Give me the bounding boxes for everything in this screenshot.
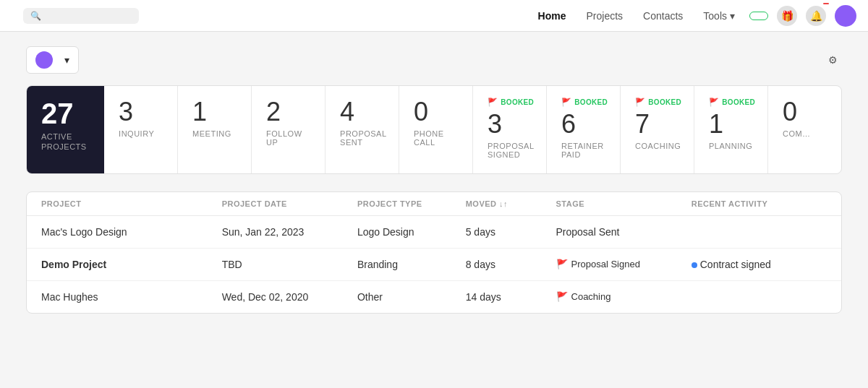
stage-flag-icon: 🚩 [556, 291, 568, 302]
cell-project: Demo Project [41, 259, 222, 270]
user-selector[interactable]: ▾ [26, 46, 79, 74]
cell-type: Other [357, 291, 466, 303]
activity-text: Contract signed [700, 259, 771, 270]
stat-card-3[interactable]: 2FOLLOW UP [252, 86, 326, 173]
booked-badge: 🚩BOOKED [488, 98, 532, 107]
stat-number: 4 [340, 98, 384, 126]
user-avatar-small [35, 51, 53, 69]
stat-label: PROJECTS [41, 142, 90, 151]
stat-card-4[interactable]: 4PROPOSALSENT [326, 86, 399, 173]
projects-table: PROJECTPROJECT DATEPROJECT TYPEMOVED ↓↑S… [26, 191, 842, 314]
stat-label: COACHING [635, 142, 679, 150]
table-header-cell: PROJECT TYPE [357, 199, 466, 208]
nav-links: Home Projects Contacts Tools ▾ [538, 10, 735, 22]
search-icon: 🔍 [30, 11, 41, 21]
cell-stage: 🚩Coaching [556, 291, 692, 302]
stat-number: 27 [41, 98, 90, 129]
notification-icon[interactable]: 🔔 [806, 6, 826, 26]
nav-projects[interactable]: Projects [586, 10, 623, 22]
nav-actions: 🎁 🔔 [749, 5, 856, 27]
table-header-cell: STAGE [556, 199, 692, 208]
stat-label: PAID [561, 150, 605, 159]
table-body: Mac's Logo DesignSun, Jan 22, 2023Logo D… [27, 216, 841, 313]
table-row[interactable]: Mac's Logo DesignSun, Jan 22, 2023Logo D… [27, 216, 841, 249]
user-avatar[interactable] [835, 5, 856, 27]
cell-project: Mac Hughes [41, 291, 222, 303]
cell-type: Logo Design [357, 226, 466, 238]
stat-card-1[interactable]: 3INQUIRY [104, 86, 178, 173]
top-navigation: 🔍 Home Projects Contacts Tools ▾ 🎁 🔔 [0, 0, 868, 32]
table-header-cell: PROJECT DATE [222, 199, 357, 208]
stat-card-0[interactable]: 27ACTIVEPROJECTS [27, 86, 104, 173]
stage-label: Proposal Signed [571, 259, 640, 270]
stat-label: PROPOSAL [488, 142, 532, 150]
cell-date: Sun, Jan 22, 2023 [222, 226, 357, 238]
activity-dot-icon [692, 262, 697, 268]
stat-number: 7 [635, 110, 679, 139]
search-bar[interactable]: 🔍 [23, 8, 139, 24]
stat-number: 6 [561, 110, 605, 139]
stat-card-8[interactable]: 🚩BOOKED7COACHING [621, 86, 694, 173]
stat-card-2[interactable]: 1MEETING [178, 86, 252, 173]
stat-number: 0 [783, 98, 827, 126]
cell-date: TBD [222, 259, 357, 270]
stat-label: MEETING [192, 129, 237, 138]
cell-moved: 14 days [466, 291, 556, 303]
cell-activity: Contract signed [692, 259, 827, 270]
chevron-down-icon: ▾ [64, 54, 69, 66]
table-header: PROJECTPROJECT DATEPROJECT TYPEMOVED ↓↑S… [27, 192, 841, 216]
stat-number: 0 [414, 98, 458, 126]
stat-number: 1 [192, 98, 237, 126]
cell-moved: 5 days [466, 226, 556, 238]
user-row: ▾ ⚙ [26, 46, 842, 74]
table-header-cell: RECENT ACTIVITY [692, 199, 827, 208]
stat-number: 3 [119, 98, 163, 126]
booked-badge: 🚩BOOKED [561, 98, 605, 107]
stat-label: SIGNED [488, 150, 532, 159]
cell-stage: Proposal Sent [556, 226, 692, 238]
stat-label: RETAINER [561, 142, 605, 150]
stat-label: FOLLOW UP [266, 129, 310, 147]
nav-home[interactable]: Home [538, 10, 566, 22]
gift-icon[interactable]: 🎁 [777, 6, 797, 26]
stat-label: SENT [340, 138, 384, 147]
chevron-down-icon: ▾ [730, 10, 735, 22]
stage-flag-icon: 🚩 [556, 259, 568, 270]
stats-row: 27ACTIVEPROJECTS3INQUIRY1MEETING2FOLLOW … [26, 85, 842, 174]
stat-label: INQUIRY [119, 129, 163, 138]
customize-button[interactable]: ⚙ [828, 54, 842, 66]
nav-tools-label: Tools [703, 10, 727, 22]
main-content: ▾ ⚙ 27ACTIVEPROJECTS3INQUIRY1MEETING2FOL… [14, 32, 854, 328]
stat-number: 3 [488, 110, 532, 139]
stat-number: 1 [709, 110, 753, 139]
cell-project: Mac's Logo Design [41, 226, 222, 238]
stat-card-6[interactable]: 🚩BOOKED3PROPOSALSIGNED [473, 86, 547, 173]
booked-badge: 🚩BOOKED [635, 98, 679, 107]
stage-label: Coaching [571, 291, 611, 302]
notification-badge [823, 3, 829, 4]
new-button[interactable] [749, 12, 768, 20]
stat-label: ACTIVE [41, 132, 90, 141]
stat-label: PROPOSAL [340, 129, 384, 138]
stat-number: 2 [266, 98, 310, 126]
table-header-cell[interactable]: MOVED ↓↑ [466, 199, 556, 208]
cell-type: Branding [357, 259, 466, 270]
sliders-icon: ⚙ [828, 54, 838, 66]
stat-label: PHONE [414, 129, 458, 138]
table-row[interactable]: Demo ProjectTBDBranding8 days🚩Proposal S… [27, 249, 841, 281]
table-row[interactable]: Mac HughesWed, Dec 02, 2020Other14 days🚩… [27, 281, 841, 313]
table-header-cell: PROJECT [41, 199, 222, 208]
cell-stage: 🚩Proposal Signed [556, 259, 692, 270]
nav-tools[interactable]: Tools ▾ [703, 10, 735, 22]
stat-card-9[interactable]: 🚩BOOKED1PLANNING [694, 86, 768, 173]
stat-card-5[interactable]: 0PHONECALL [399, 86, 473, 173]
stat-label: COM… [783, 129, 827, 138]
cell-moved: 8 days [466, 259, 556, 270]
nav-contacts[interactable]: Contacts [643, 10, 683, 22]
stat-label: CALL [414, 138, 458, 147]
booked-badge: 🚩BOOKED [709, 98, 753, 107]
stat-label: PLANNING [709, 142, 753, 150]
stat-card-10[interactable]: 0COM… [768, 86, 841, 173]
cell-date: Wed, Dec 02, 2020 [222, 291, 357, 303]
stat-card-7[interactable]: 🚩BOOKED6RETAINERPAID [547, 86, 621, 173]
